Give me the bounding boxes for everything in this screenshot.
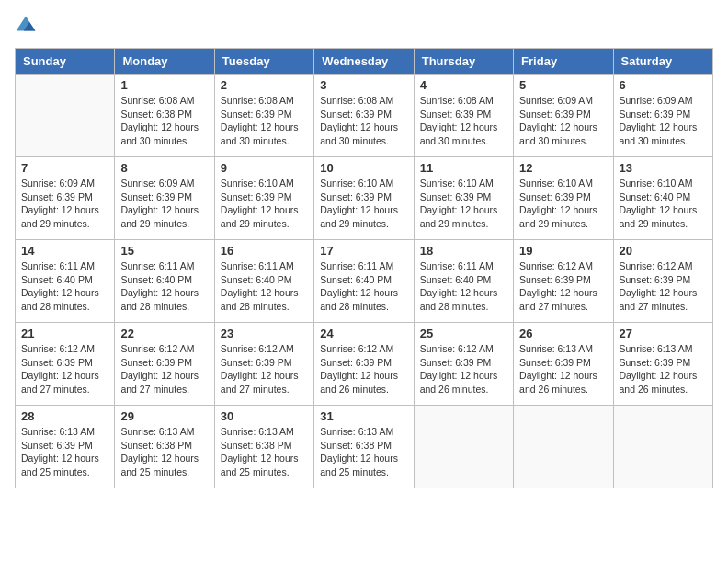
- day-cell: 16Sunrise: 6:11 AM Sunset: 6:40 PM Dayli…: [214, 240, 313, 323]
- day-cell: 30Sunrise: 6:13 AM Sunset: 6:38 PM Dayli…: [214, 406, 313, 488]
- day-cell: 14Sunrise: 6:11 AM Sunset: 6:40 PM Dayli…: [16, 240, 115, 323]
- day-number: 31: [320, 409, 407, 423]
- day-number: 21: [21, 327, 108, 340]
- day-info: Sunrise: 6:13 AM Sunset: 6:38 PM Dayligh…: [320, 425, 407, 479]
- day-info: Sunrise: 6:10 AM Sunset: 6:40 PM Dayligh…: [620, 177, 707, 231]
- day-info: Sunrise: 6:12 AM Sunset: 6:39 PM Dayligh…: [21, 342, 108, 396]
- day-number: 28: [21, 409, 108, 423]
- header-cell-monday: Monday: [115, 49, 214, 75]
- day-info: Sunrise: 6:08 AM Sunset: 6:39 PM Dayligh…: [221, 94, 308, 148]
- day-number: 14: [21, 244, 108, 258]
- day-info: Sunrise: 6:13 AM Sunset: 6:38 PM Dayligh…: [221, 425, 308, 479]
- day-cell: 5Sunrise: 6:09 AM Sunset: 6:39 PM Daylig…: [514, 75, 613, 157]
- day-info: Sunrise: 6:11 AM Sunset: 6:40 PM Dayligh…: [420, 259, 507, 314]
- day-cell: [414, 406, 513, 488]
- day-info: Sunrise: 6:13 AM Sunset: 6:39 PM Dayligh…: [519, 342, 607, 396]
- day-number: 10: [320, 161, 407, 175]
- header-cell-thursday: Thursday: [414, 49, 513, 75]
- day-number: 6: [620, 78, 707, 92]
- day-cell: 15Sunrise: 6:11 AM Sunset: 6:40 PM Dayli…: [115, 240, 214, 323]
- day-number: 30: [221, 409, 308, 423]
- day-number: 15: [120, 244, 208, 258]
- day-number: 20: [620, 244, 707, 258]
- day-number: 9: [221, 161, 308, 175]
- day-number: 17: [320, 244, 407, 258]
- week-row-1: 1Sunrise: 6:08 AM Sunset: 6:38 PM Daylig…: [16, 75, 713, 157]
- day-cell: 20Sunrise: 6:12 AM Sunset: 6:39 PM Dayli…: [613, 240, 712, 323]
- day-cell: 13Sunrise: 6:10 AM Sunset: 6:40 PM Dayli…: [613, 157, 712, 240]
- day-info: Sunrise: 6:10 AM Sunset: 6:39 PM Dayligh…: [420, 177, 507, 231]
- day-number: 7: [21, 161, 108, 175]
- day-cell: 26Sunrise: 6:13 AM Sunset: 6:39 PM Dayli…: [514, 323, 613, 406]
- day-info: Sunrise: 6:13 AM Sunset: 6:39 PM Dayligh…: [620, 342, 707, 396]
- day-number: 23: [221, 327, 308, 340]
- day-cell: 19Sunrise: 6:12 AM Sunset: 6:39 PM Dayli…: [514, 240, 613, 323]
- week-row-5: 28Sunrise: 6:13 AM Sunset: 6:39 PM Dayli…: [16, 406, 713, 488]
- day-number: 24: [320, 327, 407, 340]
- day-info: Sunrise: 6:09 AM Sunset: 6:39 PM Dayligh…: [519, 94, 607, 148]
- day-cell: 29Sunrise: 6:13 AM Sunset: 6:38 PM Dayli…: [115, 406, 214, 488]
- day-info: Sunrise: 6:12 AM Sunset: 6:39 PM Dayligh…: [420, 342, 507, 396]
- day-cell: 1Sunrise: 6:08 AM Sunset: 6:38 PM Daylig…: [115, 75, 214, 157]
- day-number: 4: [420, 78, 507, 92]
- day-cell: 27Sunrise: 6:13 AM Sunset: 6:39 PM Dayli…: [613, 323, 712, 406]
- header-cell-friday: Friday: [514, 49, 613, 75]
- calendar-header-row: SundayMondayTuesdayWednesdayThursdayFrid…: [16, 49, 713, 75]
- header-cell-wednesday: Wednesday: [314, 49, 414, 75]
- day-info: Sunrise: 6:10 AM Sunset: 6:39 PM Dayligh…: [221, 177, 308, 231]
- day-number: 26: [519, 327, 607, 340]
- day-info: Sunrise: 6:09 AM Sunset: 6:39 PM Dayligh…: [620, 94, 707, 148]
- day-info: Sunrise: 6:11 AM Sunset: 6:40 PM Dayligh…: [120, 259, 208, 314]
- day-info: Sunrise: 6:10 AM Sunset: 6:39 PM Dayligh…: [320, 177, 407, 231]
- day-info: Sunrise: 6:13 AM Sunset: 6:39 PM Dayligh…: [21, 425, 108, 479]
- logo: [15, 15, 40, 37]
- day-info: Sunrise: 6:11 AM Sunset: 6:40 PM Dayligh…: [320, 259, 407, 314]
- day-info: Sunrise: 6:12 AM Sunset: 6:39 PM Dayligh…: [120, 342, 208, 396]
- page-header: [15, 15, 713, 37]
- day-info: Sunrise: 6:11 AM Sunset: 6:40 PM Dayligh…: [21, 259, 108, 314]
- day-info: Sunrise: 6:08 AM Sunset: 6:39 PM Dayligh…: [320, 94, 407, 148]
- day-number: 16: [221, 244, 308, 258]
- day-number: 22: [120, 327, 208, 340]
- day-number: 3: [320, 78, 407, 92]
- day-cell: 24Sunrise: 6:12 AM Sunset: 6:39 PM Dayli…: [314, 323, 414, 406]
- day-info: Sunrise: 6:13 AM Sunset: 6:38 PM Dayligh…: [120, 425, 208, 479]
- day-number: 2: [221, 78, 308, 92]
- week-row-3: 14Sunrise: 6:11 AM Sunset: 6:40 PM Dayli…: [16, 240, 713, 323]
- day-cell: 10Sunrise: 6:10 AM Sunset: 6:39 PM Dayli…: [314, 157, 414, 240]
- day-cell: 22Sunrise: 6:12 AM Sunset: 6:39 PM Dayli…: [115, 323, 214, 406]
- day-cell: 11Sunrise: 6:10 AM Sunset: 6:39 PM Dayli…: [414, 157, 513, 240]
- header-cell-saturday: Saturday: [613, 49, 712, 75]
- day-number: 29: [120, 409, 208, 423]
- day-info: Sunrise: 6:12 AM Sunset: 6:39 PM Dayligh…: [620, 259, 707, 314]
- day-info: Sunrise: 6:09 AM Sunset: 6:39 PM Dayligh…: [21, 177, 108, 231]
- day-cell: 4Sunrise: 6:08 AM Sunset: 6:39 PM Daylig…: [414, 75, 513, 157]
- day-cell: [16, 75, 115, 157]
- day-info: Sunrise: 6:12 AM Sunset: 6:39 PM Dayligh…: [221, 342, 308, 396]
- day-number: 1: [120, 78, 208, 92]
- day-cell: 21Sunrise: 6:12 AM Sunset: 6:39 PM Dayli…: [16, 323, 115, 406]
- day-cell: 28Sunrise: 6:13 AM Sunset: 6:39 PM Dayli…: [16, 406, 115, 488]
- day-info: Sunrise: 6:08 AM Sunset: 6:39 PM Dayligh…: [420, 94, 507, 148]
- day-cell: 31Sunrise: 6:13 AM Sunset: 6:38 PM Dayli…: [314, 406, 414, 488]
- day-cell: 8Sunrise: 6:09 AM Sunset: 6:39 PM Daylig…: [115, 157, 214, 240]
- day-number: 18: [420, 244, 507, 258]
- day-number: 5: [519, 78, 607, 92]
- day-number: 13: [620, 161, 707, 175]
- day-info: Sunrise: 6:09 AM Sunset: 6:39 PM Dayligh…: [120, 177, 208, 231]
- week-row-2: 7Sunrise: 6:09 AM Sunset: 6:39 PM Daylig…: [16, 157, 713, 240]
- day-cell: 23Sunrise: 6:12 AM Sunset: 6:39 PM Dayli…: [214, 323, 313, 406]
- day-cell: 6Sunrise: 6:09 AM Sunset: 6:39 PM Daylig…: [613, 75, 712, 157]
- day-info: Sunrise: 6:12 AM Sunset: 6:39 PM Dayligh…: [519, 259, 607, 314]
- day-cell: 25Sunrise: 6:12 AM Sunset: 6:39 PM Dayli…: [414, 323, 513, 406]
- day-cell: 18Sunrise: 6:11 AM Sunset: 6:40 PM Dayli…: [414, 240, 513, 323]
- calendar-table: SundayMondayTuesdayWednesdayThursdayFrid…: [15, 48, 713, 488]
- day-cell: [613, 406, 712, 488]
- day-number: 25: [420, 327, 507, 340]
- day-cell: 3Sunrise: 6:08 AM Sunset: 6:39 PM Daylig…: [314, 75, 414, 157]
- day-info: Sunrise: 6:11 AM Sunset: 6:40 PM Dayligh…: [221, 259, 308, 314]
- day-cell: 17Sunrise: 6:11 AM Sunset: 6:40 PM Dayli…: [314, 240, 414, 323]
- day-number: 19: [519, 244, 607, 258]
- header-cell-tuesday: Tuesday: [214, 49, 313, 75]
- day-cell: 7Sunrise: 6:09 AM Sunset: 6:39 PM Daylig…: [16, 157, 115, 240]
